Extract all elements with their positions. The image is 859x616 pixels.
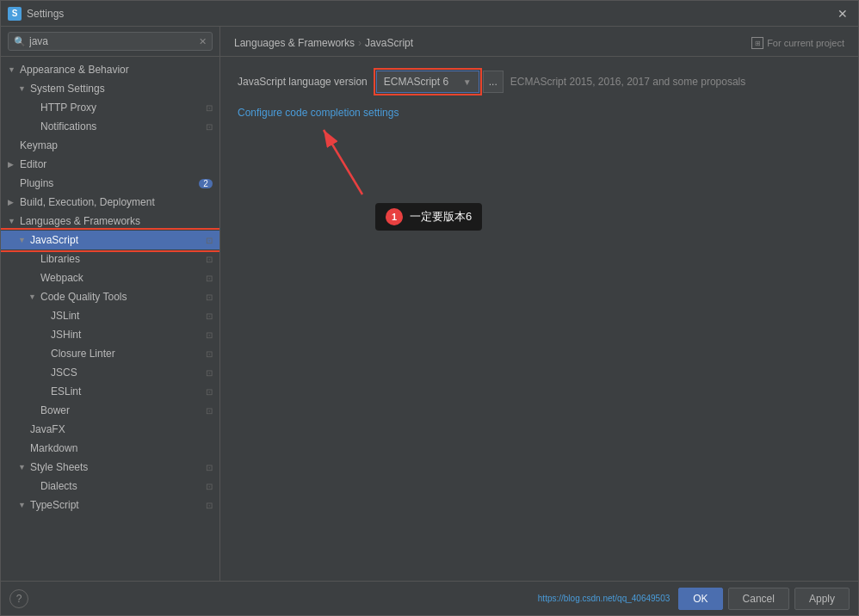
content-header: Languages & Frameworks › JavaScript ⊞ Fo… bbox=[220, 27, 858, 57]
title-bar: S Settings ✕ bbox=[1, 1, 858, 27]
settings-icon: ⊡ bbox=[206, 368, 213, 378]
dots-button[interactable]: ... bbox=[483, 71, 504, 93]
annotation-bubble: 1 一定要版本6 bbox=[375, 203, 482, 231]
settings-icon: ⊡ bbox=[206, 330, 213, 340]
annotation-number: 1 bbox=[386, 208, 403, 225]
sidebar-item-markdown[interactable]: Markdown bbox=[1, 439, 219, 458]
sidebar-item-closure-linter[interactable]: Closure Linter ⊡ bbox=[1, 344, 219, 363]
window-title: Settings bbox=[27, 8, 834, 20]
settings-icon: ⊡ bbox=[206, 501, 213, 510]
sidebar-item-javafx[interactable]: JavaFX bbox=[1, 420, 219, 439]
version-dropdown[interactable]: ECMAScript 6 ▼ bbox=[376, 71, 479, 93]
app-icon: S bbox=[8, 7, 22, 21]
settings-icon: ⊡ bbox=[206, 482, 213, 491]
breadcrumb-parent: Languages & Frameworks bbox=[234, 37, 355, 49]
search-bar: 🔍 ✕ bbox=[1, 27, 219, 57]
breadcrumb: Languages & Frameworks › JavaScript bbox=[234, 37, 751, 49]
arrow-icon: ▶ bbox=[8, 160, 18, 169]
breadcrumb-separator: › bbox=[358, 37, 362, 49]
sidebar-item-plugins[interactable]: Plugins 2 bbox=[1, 174, 219, 193]
footer-url: https://blog.csdn.net/qq_40649503 bbox=[28, 594, 678, 603]
arrow-icon: ▼ bbox=[8, 217, 18, 225]
settings-icon: ⊡ bbox=[206, 349, 213, 359]
sidebar-item-system-settings[interactable]: ▼ System Settings bbox=[1, 79, 219, 98]
close-button[interactable]: ✕ bbox=[834, 5, 851, 22]
settings-icon: ⊡ bbox=[206, 236, 213, 245]
sidebar-item-build[interactable]: ▶ Build, Execution, Deployment bbox=[1, 193, 219, 212]
sidebar-item-editor[interactable]: ▶ Editor bbox=[1, 155, 219, 174]
sidebar-item-code-quality[interactable]: ▼ Code Quality Tools ⊡ bbox=[1, 287, 219, 306]
code-completion-link[interactable]: Configure code completion settings bbox=[238, 107, 399, 119]
search-input[interactable] bbox=[29, 35, 199, 47]
arrow-icon: ▼ bbox=[18, 463, 28, 471]
sidebar-item-libraries[interactable]: Libraries ⊡ bbox=[1, 249, 219, 268]
settings-tree: ▼ Appearance & Behavior ▼ System Setting… bbox=[1, 57, 219, 581]
arrow-icon: ▼ bbox=[28, 293, 39, 301]
content-area: Languages & Frameworks › JavaScript ⊞ Fo… bbox=[220, 27, 858, 581]
project-label: For current project bbox=[767, 38, 844, 48]
js-version-label: JavaScript language version bbox=[238, 76, 368, 88]
project-icon: ⊞ bbox=[751, 37, 763, 49]
sidebar-item-jscs[interactable]: JSCS ⊡ bbox=[1, 363, 219, 382]
annotation-container: 1 一定要版本6 bbox=[375, 203, 482, 231]
help-button[interactable]: ? bbox=[9, 589, 28, 608]
sidebar-item-dialects[interactable]: Dialects ⊡ bbox=[1, 477, 219, 496]
arrow-icon: ▼ bbox=[18, 236, 28, 244]
sidebar-item-jshint[interactable]: JSHint ⊡ bbox=[1, 325, 219, 344]
plugins-badge: 2 bbox=[199, 179, 213, 188]
search-clear-button[interactable]: ✕ bbox=[199, 36, 207, 47]
settings-icon: ⊡ bbox=[206, 274, 213, 283]
sidebar-item-eslint[interactable]: ESLint ⊡ bbox=[1, 382, 219, 401]
main-content: 🔍 ✕ ▼ Appearance & Behavior ▼ System Set… bbox=[1, 27, 858, 581]
project-badge: ⊞ For current project bbox=[751, 37, 844, 49]
settings-icon: ⊡ bbox=[206, 255, 213, 264]
settings-icon: ⊡ bbox=[206, 122, 213, 132]
settings-icon: ⊡ bbox=[206, 387, 213, 397]
dropdown-arrow-icon: ▼ bbox=[463, 77, 472, 87]
dropdown-value: ECMAScript 6 bbox=[384, 76, 458, 88]
version-dropdown-container: ECMAScript 6 ▼ ... bbox=[376, 71, 504, 93]
sidebar: 🔍 ✕ ▼ Appearance & Behavior ▼ System Set… bbox=[1, 27, 220, 581]
svg-line-1 bbox=[324, 130, 362, 194]
arrow-icon: ▶ bbox=[8, 198, 18, 206]
sidebar-item-javascript[interactable]: ▼ JavaScript ⊡ bbox=[1, 231, 219, 249]
settings-icon: ⊡ bbox=[206, 463, 213, 472]
settings-icon: ⊡ bbox=[206, 293, 213, 302]
footer-buttons: OK Cancel Apply bbox=[678, 588, 850, 610]
sidebar-item-typescript[interactable]: ▼ TypeScript ⊡ bbox=[1, 496, 219, 514]
sidebar-item-appearance[interactable]: ▼ Appearance & Behavior bbox=[1, 60, 219, 79]
settings-icon: ⊡ bbox=[206, 103, 213, 113]
arrow-icon: ▼ bbox=[18, 84, 28, 93]
arrow-icon: ▼ bbox=[18, 501, 28, 509]
breadcrumb-current: JavaScript bbox=[365, 37, 413, 49]
search-container[interactable]: 🔍 ✕ bbox=[8, 32, 213, 51]
search-icon: 🔍 bbox=[14, 36, 26, 47]
version-description: ECMAScript 2015, 2016, 2017 and some pro… bbox=[510, 76, 746, 88]
arrow-icon: ▼ bbox=[8, 65, 18, 74]
footer-bar: ? https://blog.csdn.net/qq_40649503 OK C… bbox=[1, 581, 858, 615]
settings-window: S Settings ✕ 🔍 ✕ ▼ Appearance & Behavior bbox=[0, 0, 859, 616]
ok-button[interactable]: OK bbox=[678, 588, 722, 610]
annotation-text: 一定要版本6 bbox=[410, 209, 472, 225]
sidebar-item-jslint[interactable]: JSLint ⊡ bbox=[1, 306, 219, 325]
sidebar-item-keymap[interactable]: Keymap bbox=[1, 136, 219, 155]
settings-icon: ⊡ bbox=[206, 406, 213, 416]
sidebar-item-languages[interactable]: ▼ Languages & Frameworks bbox=[1, 212, 219, 231]
sidebar-item-bower[interactable]: Bower ⊡ bbox=[1, 401, 219, 420]
annotation-arrow-svg bbox=[289, 113, 375, 199]
content-body: JavaScript language version ECMAScript 6… bbox=[220, 57, 858, 581]
sidebar-item-notifications[interactable]: Notifications ⊡ bbox=[1, 117, 219, 136]
cancel-button[interactable]: Cancel bbox=[728, 588, 789, 610]
sidebar-item-http-proxy[interactable]: HTTP Proxy ⊡ bbox=[1, 98, 219, 117]
apply-button[interactable]: Apply bbox=[794, 588, 850, 610]
sidebar-item-webpack[interactable]: Webpack ⊡ bbox=[1, 268, 219, 287]
settings-icon: ⊡ bbox=[206, 311, 213, 321]
js-version-row: JavaScript language version ECMAScript 6… bbox=[238, 71, 841, 93]
sidebar-item-style-sheets[interactable]: ▼ Style Sheets ⊡ bbox=[1, 458, 219, 477]
